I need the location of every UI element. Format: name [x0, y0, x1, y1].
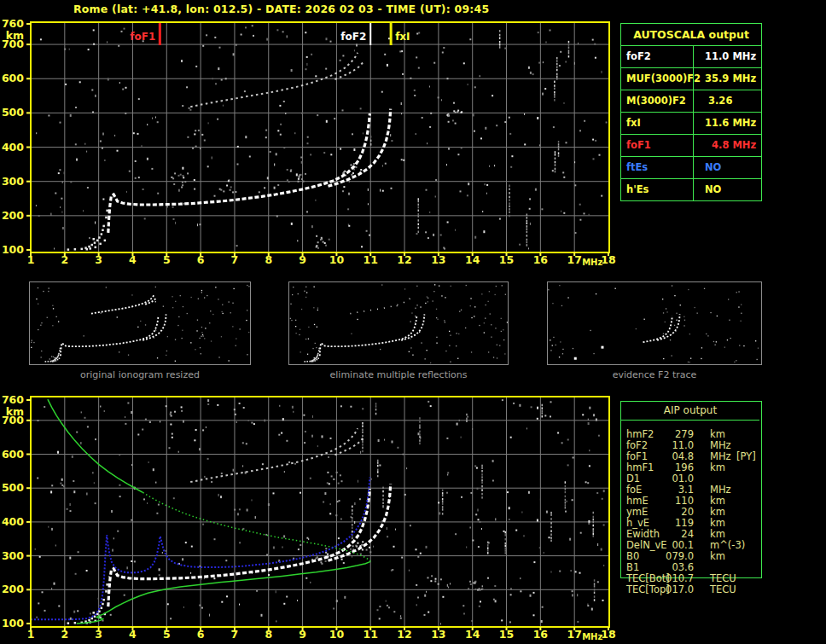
aip-panel-title: AIP output — [620, 404, 760, 416]
x-axis-tick-label: 1 — [27, 253, 35, 266]
autoscala-row-value: NO — [693, 157, 761, 178]
y-axis-tick-label: 400 — [2, 141, 24, 154]
x-axis-tick-label: 15 — [499, 253, 514, 266]
marker-label-fxI: fxI — [395, 31, 410, 43]
autoscala-row-label: fxI — [626, 113, 641, 134]
x-axis-tick-label: 12 — [397, 628, 411, 641]
thumbnail-original-ionogram — [29, 281, 251, 365]
x-axis-tick-label: 3 — [95, 628, 102, 641]
x-axis-tick-label: 17 — [567, 628, 581, 641]
thumbnail-evidence-f2-trace — [547, 281, 762, 365]
aip-row-D1: D101.0 — [620, 473, 767, 484]
x-axis-tick-label: 4 — [129, 253, 137, 266]
x-axis-tick-label: 17 — [567, 253, 581, 266]
aip-row-B0: B0079.0km — [620, 551, 767, 562]
autoscala-row-label: M(3000)F2 — [626, 90, 686, 112]
x-axis-tick-label: 9 — [299, 628, 306, 641]
autoscala-row-label: MUF(3000)F2 — [626, 68, 701, 90]
autoscala-output-panel: AUTOSCALA output foF211.0 MHzMUF(3000)F2… — [620, 23, 762, 201]
thumbnail-content — [290, 284, 508, 363]
page-title: Rome (lat: +41.8, lon: 012.5) - DATE: 20… — [73, 3, 489, 15]
aip-row-hmF1: hmF1196km — [620, 462, 767, 473]
autoscala-row-M3000F2: M(3000)F2 3.26 — [621, 90, 761, 113]
autoscala-row-label: foF1 — [626, 135, 651, 156]
y-axis-tick-label: 100 — [2, 617, 24, 629]
marker-label-foF2: foF2 — [340, 31, 366, 43]
x-axis-tick-label: 6 — [197, 253, 205, 266]
x-axis-tick-label: 8 — [265, 628, 272, 641]
y-axis-tick-label: 100 — [2, 243, 24, 256]
x-axis-tick-label: 2 — [61, 628, 68, 641]
x-axis-tick-label: 7 — [231, 628, 239, 641]
autoscala-screen: Rome (lat: +41.8, lon: 012.5) - DATE: 20… — [0, 0, 826, 644]
autoscala-row-label: ftEs — [626, 157, 648, 178]
x-axis-tick-label: 9 — [299, 253, 306, 266]
autoscala-row-hEs: h'EsNO — [621, 179, 761, 200]
aip-row-DelNvE: DelN_vE00.1m^(-3) — [620, 540, 767, 551]
x-axis-tick-label: 5 — [163, 628, 171, 641]
x-axis-tick-label: 16 — [533, 253, 549, 266]
x-axis-tick-label: 2 — [61, 253, 68, 266]
x-axis-tick-label: 5 — [163, 253, 171, 266]
x-axis-tick-label: 14 — [465, 253, 480, 266]
autoscala-row-value: 35.9 MHz — [693, 68, 761, 90]
x-axis-unit-label: MHz — [582, 258, 602, 267]
autoscala-rows: foF211.0 MHzMUF(3000)F235.9 MHzM(3000)F2… — [621, 46, 761, 200]
x-axis-tick-label: 13 — [431, 253, 445, 266]
y-axis-unit-label: km — [6, 405, 24, 418]
aip-row-unit: km — [710, 551, 725, 562]
thumbnail-caption-evidence: evidence F2 trace — [547, 369, 762, 380]
x-axis-tick-label: 13 — [431, 628, 445, 641]
x-axis-tick-label: 15 — [499, 628, 514, 641]
autoscala-panel-title: AUTOSCALA output — [621, 24, 761, 46]
y-axis-tick-label: 760 — [2, 393, 24, 406]
aip-row-unit: km — [710, 462, 725, 473]
y-axis-tick-label: 600 — [2, 448, 24, 461]
y-axis-tick-label: 400 — [2, 515, 24, 528]
autoscala-row-ftEs: ftEsNO — [621, 157, 761, 179]
autoscala-row-foF1: foF1 4.8 MHz — [621, 135, 761, 157]
autoscala-row-label: h'Es — [626, 179, 649, 200]
autoscala-row-value: NO — [693, 179, 761, 200]
x-axis-tick-label: 4 — [129, 628, 137, 641]
autoscala-row-label: foF2 — [626, 46, 651, 67]
grid-layer — [31, 22, 609, 252]
y-axis-tick-label: 500 — [2, 481, 24, 494]
y-axis-tick-label: 300 — [2, 175, 24, 188]
axis-layer: 760700600500400300200100km12345678910111… — [2, 393, 616, 641]
y-axis-tick-label: 500 — [2, 106, 24, 119]
autoscala-row-value: 11.6 MHz — [693, 113, 761, 134]
thumbnail-caption-original: original ionogram resized — [29, 369, 251, 380]
aip-row-value: 017.0 — [644, 584, 694, 595]
y-axis-tick-label: 760 — [2, 17, 24, 30]
x-axis-unit-label: MHz — [582, 632, 602, 641]
thumbnail-caption-eliminate: eliminate multiple reflections — [288, 369, 509, 380]
thumbnail-eliminate-reflections — [288, 281, 509, 365]
x-axis-tick-label: 6 — [197, 628, 205, 641]
x-axis-tick-label: 1 — [27, 628, 35, 641]
x-axis-tick-label: 18 — [601, 253, 615, 266]
autoscala-row-fxI: fxI11.6 MHz — [621, 113, 761, 135]
aip-row-TECTop: TEC[Top]017.0TECU — [620, 584, 767, 595]
y-axis-tick-label: 600 — [2, 72, 24, 84]
aip-row-unit: TECU — [710, 584, 736, 595]
autoscala-row-value: 11.0 MHz — [693, 46, 761, 67]
autoscala-row-value: 4.8 MHz — [693, 135, 761, 156]
x-axis-tick-label: 10 — [329, 253, 345, 266]
x-axis-tick-label: 7 — [231, 253, 239, 266]
x-axis-tick-label: 18 — [601, 628, 615, 641]
y-axis-tick-label: 200 — [2, 209, 24, 222]
aip-header-divider — [621, 420, 759, 421]
noise-layer — [35, 399, 605, 624]
x-axis-tick-label: 10 — [329, 628, 345, 641]
thumbnail-content — [31, 285, 249, 363]
y-axis-tick-label: 300 — [2, 549, 24, 562]
trace-layer — [67, 53, 391, 251]
x-axis-tick-label: 14 — [465, 628, 480, 641]
autoscala-row-value: 3.26 — [693, 90, 761, 112]
x-axis-tick-label: 8 — [265, 253, 272, 266]
y-axis-unit-label: km — [6, 29, 24, 42]
y-axis-tick-label: 200 — [2, 583, 24, 595]
x-axis-tick-label: 11 — [364, 253, 378, 266]
ionogram-bottom-plot: 760700600500400300200100km12345678910111… — [0, 389, 618, 644]
